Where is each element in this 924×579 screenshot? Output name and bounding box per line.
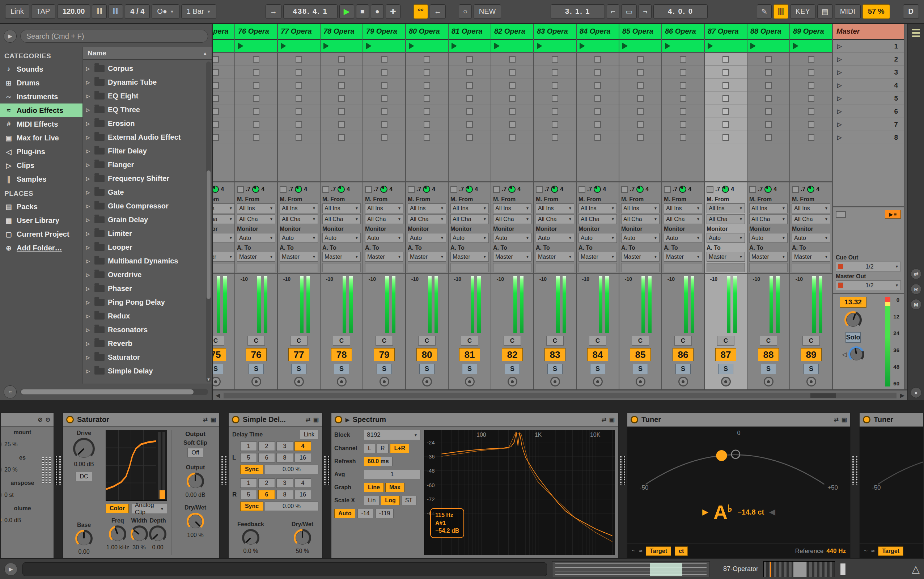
- crossfade-slot[interactable]: [664, 263, 702, 272]
- clip-slot-empty[interactable]: [577, 105, 619, 118]
- clip-slot-empty[interactable]: [491, 66, 533, 79]
- clip-slot-empty[interactable]: [577, 92, 619, 105]
- link-button[interactable]: Link: [5, 4, 29, 19]
- clip-slot-playing[interactable]: [534, 40, 576, 53]
- pan-control[interactable]: C: [461, 336, 478, 345]
- clip-slot-empty[interactable]: [449, 79, 491, 92]
- stop-button[interactable]: ■: [356, 4, 369, 19]
- dry-wet-value[interactable]: 50 %: [296, 548, 309, 554]
- output-select[interactable]: Master▼: [408, 252, 446, 262]
- input-select[interactable]: All Ins▼: [408, 203, 446, 213]
- input-channel-select[interactable]: All Cha▼: [664, 214, 702, 224]
- pan-control[interactable]: C: [333, 336, 350, 345]
- clip-slot-empty[interactable]: [235, 53, 277, 66]
- clip-slot-empty[interactable]: [449, 105, 491, 118]
- clip-slot-empty[interactable]: [790, 105, 832, 118]
- track-activator[interactable]: 85: [630, 348, 651, 361]
- range-max-value[interactable]: -119: [375, 509, 394, 518]
- clip-slot-empty[interactable]: [534, 105, 576, 118]
- input-select[interactable]: All Ins▼: [322, 203, 361, 213]
- macro-knob[interactable]: [0, 462, 2, 478]
- hot-swap-icon[interactable]: ⇄: [202, 416, 207, 423]
- overview-view-region[interactable]: [650, 563, 682, 576]
- save-preset-icon[interactable]: ▣: [609, 416, 615, 423]
- monitor-select[interactable]: Auto▼: [237, 233, 275, 243]
- arm-button[interactable]: [251, 377, 261, 386]
- scroll-down-icon[interactable]: ▼: [206, 377, 211, 381]
- session-h-scrollbar[interactable]: ◀ ▶: [213, 389, 908, 400]
- clip-slot-empty[interactable]: [705, 105, 747, 118]
- clip-slot-playing[interactable]: [406, 40, 448, 53]
- browser-collapse-button[interactable]: ▶: [3, 29, 16, 43]
- new-scene-button[interactable]: NEW: [473, 4, 501, 19]
- clip-slot-empty[interactable]: [235, 131, 277, 144]
- clip-slot-empty[interactable]: [619, 66, 661, 79]
- histogram-view-icon[interactable]: ~: [632, 548, 635, 555]
- pan-control[interactable]: C: [290, 336, 307, 345]
- pan-control[interactable]: C: [504, 336, 521, 345]
- clip-slot-empty[interactable]: [320, 79, 362, 92]
- clip-stop-button[interactable]: [578, 186, 585, 193]
- clip-slot-playing[interactable]: [235, 40, 277, 53]
- clip-stop-button[interactable]: [322, 186, 329, 193]
- list-item-dynamic-tube[interactable]: ▷Dynamic Tube: [83, 75, 212, 89]
- input-select[interactable]: All Ins▼: [536, 203, 574, 213]
- clip-slot-empty[interactable]: [363, 53, 405, 66]
- track-activator[interactable]: 80: [416, 348, 438, 361]
- list-item-eq-three[interactable]: ▷EQ Three: [83, 103, 212, 116]
- clip-stop-button[interactable]: [408, 186, 415, 193]
- track-header[interactable]: 86 Opera: [662, 24, 704, 40]
- clip-slot-playing[interactable]: [278, 40, 320, 53]
- scale-x-lin-button[interactable]: Lin: [364, 496, 379, 505]
- clip-slot-empty[interactable]: [662, 66, 704, 79]
- track-header[interactable]: 87 Opera: [705, 24, 747, 40]
- feedback-value[interactable]: 0.0 %: [243, 548, 258, 554]
- scene-play-icon[interactable]: ▷: [837, 95, 841, 102]
- scene-slot[interactable]: ▷1: [833, 40, 904, 53]
- input-channel-select[interactable]: All Cha▼: [213, 214, 235, 224]
- clip-stop-button[interactable]: [792, 186, 799, 193]
- clip-slot-empty[interactable]: [235, 92, 277, 105]
- draw-mode-button[interactable]: ✎: [757, 4, 772, 19]
- clip-stop-button[interactable]: [749, 186, 756, 193]
- clip-slot-empty[interactable]: [406, 131, 448, 144]
- clip-slot-playing[interactable]: [449, 40, 491, 53]
- clip-slot-empty[interactable]: [534, 131, 576, 144]
- range-min-value[interactable]: -14: [358, 509, 373, 518]
- output-select[interactable]: Master▼: [664, 252, 702, 262]
- solo-button[interactable]: S: [803, 364, 819, 374]
- clip-slot-empty[interactable]: [662, 118, 704, 131]
- clip-slot-empty[interactable]: [491, 105, 533, 118]
- clip-slot-empty[interactable]: [534, 118, 576, 131]
- clip-slot-empty[interactable]: [790, 92, 832, 105]
- scrollbar-handle[interactable]: [810, 393, 836, 398]
- pan-control[interactable]: C: [213, 336, 224, 345]
- input-select[interactable]: All Ins▼: [621, 203, 660, 213]
- right-beat-5-button[interactable]: 5: [240, 490, 257, 499]
- output-select[interactable]: Master▼: [451, 252, 489, 262]
- clip-slot-empty[interactable]: [213, 118, 235, 131]
- input-channel-select[interactable]: All Cha▼: [322, 214, 361, 224]
- clip-stop-button[interactable]: [365, 186, 372, 193]
- arm-button[interactable]: [806, 377, 816, 386]
- track-header[interactable]: 85 Opera: [619, 24, 661, 40]
- clip-slot-empty[interactable]: [619, 131, 661, 144]
- pan-control[interactable]: C: [760, 336, 777, 345]
- clip-slot-playing[interactable]: [748, 40, 789, 53]
- clip-slot-empty[interactable]: [577, 53, 619, 66]
- scroll-left-icon[interactable]: ◀: [215, 392, 220, 399]
- crossfade-slot[interactable]: [621, 263, 660, 272]
- hot-swap-icon[interactable]: ⇄: [305, 416, 310, 423]
- width-knob[interactable]: [131, 525, 148, 543]
- clip-slot-empty[interactable]: [235, 105, 277, 118]
- preview-toggle-button[interactable]: ≈: [3, 385, 16, 398]
- master-volume-knob[interactable]: [844, 311, 862, 329]
- auto-range-button[interactable]: Auto: [334, 509, 355, 518]
- monitor-select[interactable]: Auto▼: [792, 233, 830, 243]
- histogram-view-icon[interactable]: ~: [864, 548, 868, 555]
- clip-slot-empty[interactable]: [278, 105, 320, 118]
- sidebar-item-audio-effects[interactable]: ≈Audio Effects: [0, 103, 83, 117]
- pan-control[interactable]: C: [248, 336, 265, 345]
- crossfade-slot[interactable]: [536, 263, 574, 272]
- macro-knob[interactable]: [0, 487, 2, 503]
